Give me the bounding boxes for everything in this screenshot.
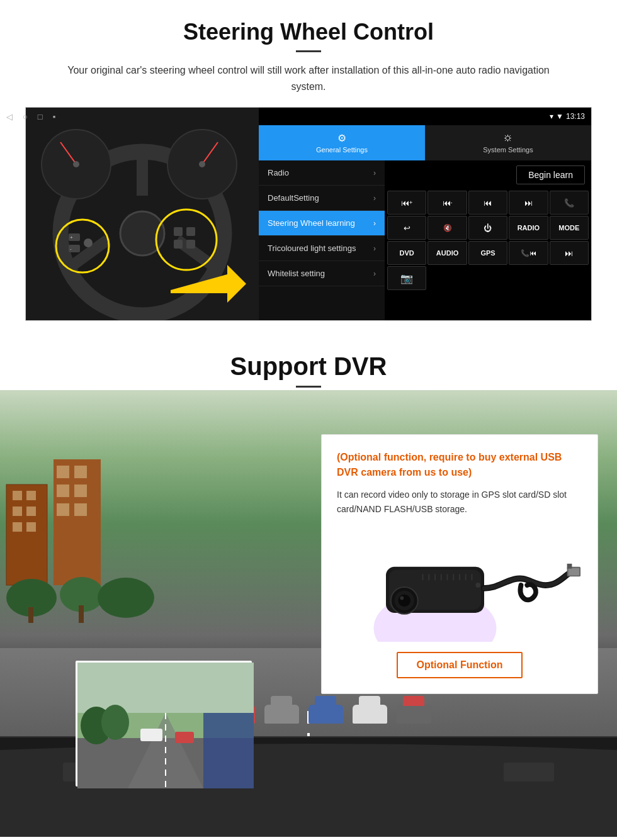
begin-learn-button[interactable]: Begin learn bbox=[516, 165, 585, 184]
svg-point-63 bbox=[399, 595, 411, 607]
svg-rect-36 bbox=[57, 484, 69, 497]
menu-steering-label: Steering Wheel learning bbox=[268, 218, 355, 228]
svg-rect-34 bbox=[57, 466, 69, 478]
dvr-camera-svg bbox=[337, 529, 582, 642]
svg-point-20 bbox=[73, 161, 79, 167]
svg-rect-16 bbox=[186, 240, 195, 249]
dvr-camera-view bbox=[76, 661, 252, 787]
home-nav-icon[interactable]: ○ bbox=[25, 112, 28, 121]
android-tabs: ⚙ General Settings ⛭ System Settings bbox=[259, 125, 591, 160]
ctrl-hang-up[interactable]: ↩ bbox=[387, 216, 426, 240]
svg-point-42 bbox=[98, 578, 154, 618]
section-subtitle: Your original car's steering wheel contr… bbox=[50, 62, 567, 94]
menu-item-steering-wheel[interactable]: Steering Wheel learning › bbox=[259, 211, 385, 236]
svg-rect-77 bbox=[569, 568, 580, 576]
android-content-area: Radio › DefaultSetting › Steering Wheel … bbox=[259, 160, 591, 320]
android-status-bar: ◁ ○ □ ▪ ▾ ▼ 13:13 bbox=[259, 108, 591, 125]
car-gray bbox=[264, 705, 299, 724]
ctrl-phone[interactable]: 📞 bbox=[550, 191, 589, 215]
ctrl-mute[interactable]: 🔇 bbox=[427, 216, 467, 240]
svg-rect-9 bbox=[84, 238, 93, 247]
dvr-description: It can record video only to storage in G… bbox=[337, 488, 582, 516]
svg-rect-32 bbox=[26, 522, 36, 532]
car-white bbox=[353, 705, 387, 724]
menu-radio-label: Radio bbox=[268, 168, 289, 177]
clock: 13:13 bbox=[566, 112, 585, 121]
ctrl-vol-up[interactable]: ⏮+ bbox=[387, 191, 426, 215]
android-ui-panel: ◁ ○ □ ▪ ▾ ▼ 13:13 ⚙ General Settings bbox=[259, 108, 591, 320]
svg-rect-57 bbox=[203, 713, 254, 788]
menu-item-radio[interactable]: Radio › bbox=[259, 160, 385, 186]
page-title: Steering Wheel Control bbox=[25, 19, 592, 45]
menu-item-default-setting[interactable]: DefaultSetting › bbox=[259, 186, 385, 211]
chevron-right-icon: › bbox=[373, 169, 376, 177]
android-menu: Radio › DefaultSetting › Steering Wheel … bbox=[259, 160, 385, 320]
ctrl-dvd[interactable]: DVD bbox=[387, 241, 426, 265]
svg-text:+: + bbox=[70, 235, 73, 240]
scene-buildings bbox=[0, 447, 239, 636]
wifi-icon: ▾ bbox=[550, 112, 553, 121]
ctrl-camera[interactable]: 📷 bbox=[387, 266, 426, 290]
svg-rect-37 bbox=[74, 484, 87, 497]
ctrl-radio[interactable]: RADIO bbox=[509, 216, 548, 240]
chevron-right-icon: › bbox=[373, 244, 376, 253]
dvr-section: Support DVR (Optional function, req bbox=[0, 333, 617, 837]
tab-general-settings[interactable]: ⚙ General Settings bbox=[259, 125, 425, 160]
ctrl-vol-down[interactable]: ⏮- bbox=[427, 191, 467, 215]
svg-rect-47 bbox=[504, 763, 554, 781]
optional-function-button[interactable]: Optional Function bbox=[397, 652, 523, 678]
svg-rect-49 bbox=[77, 663, 254, 713]
tab-system-label: System Settings bbox=[483, 146, 533, 154]
svg-text:-: - bbox=[70, 246, 72, 252]
svg-rect-28 bbox=[26, 491, 36, 500]
svg-rect-55 bbox=[140, 729, 162, 741]
svg-point-74 bbox=[475, 583, 480, 588]
svg-rect-14 bbox=[186, 227, 195, 236]
status-icons: ▾ ▼ 13:13 bbox=[550, 112, 585, 121]
ctrl-phone-prev[interactable]: 📞⏮ bbox=[509, 241, 548, 265]
menu-item-tricoloured[interactable]: Tricoloured light settings › bbox=[259, 236, 385, 261]
svg-rect-29 bbox=[13, 507, 22, 516]
ctrl-power[interactable]: ⏻ bbox=[468, 216, 507, 240]
svg-rect-35 bbox=[74, 466, 87, 478]
svg-rect-30 bbox=[26, 507, 36, 516]
recents-nav-icon[interactable]: □ bbox=[38, 112, 43, 121]
menu-item-whitelist[interactable]: Whitelist setting › bbox=[259, 261, 385, 286]
dvr-optional-text: (Optional function, require to buy exter… bbox=[337, 450, 582, 480]
dvr-camera-illustration bbox=[337, 529, 582, 642]
svg-point-22 bbox=[199, 161, 205, 167]
steering-wheel-image: + - bbox=[26, 108, 259, 320]
svg-point-54 bbox=[101, 705, 129, 740]
menu-defaultsetting-label: DefaultSetting bbox=[268, 193, 319, 203]
system-settings-icon: ⛭ bbox=[503, 133, 513, 144]
svg-rect-13 bbox=[174, 227, 183, 236]
tab-general-label: General Settings bbox=[316, 146, 368, 154]
svg-rect-39 bbox=[74, 503, 87, 516]
svg-point-64 bbox=[400, 596, 404, 600]
control-buttons-grid: ⏮+ ⏮- ⏮ ⏭ 📞 ↩ 🔇 ⏻ RADIO MODE DVD AUDIO bbox=[385, 189, 591, 291]
dvr-camera-screenshot bbox=[77, 663, 254, 788]
ctrl-next-track[interactable]: ⏭ bbox=[509, 191, 548, 215]
ctrl-skip-next[interactable]: ⏭ bbox=[550, 241, 589, 265]
dvr-divider bbox=[296, 386, 321, 388]
menu-nav-icon[interactable]: ▪ bbox=[53, 112, 56, 121]
svg-point-75 bbox=[475, 592, 480, 597]
ctrl-gps[interactable]: GPS bbox=[468, 241, 507, 265]
ctrl-audio[interactable]: AUDIO bbox=[427, 241, 467, 265]
car-blue bbox=[308, 705, 343, 724]
svg-rect-44 bbox=[79, 605, 84, 623]
tab-system-settings[interactable]: ⛭ System Settings bbox=[425, 125, 591, 160]
ctrl-mode[interactable]: MODE bbox=[550, 216, 589, 240]
ctrl-prev-track[interactable]: ⏮ bbox=[468, 191, 507, 215]
title-divider bbox=[296, 50, 321, 52]
settings-gear-icon: ⚙ bbox=[337, 132, 346, 144]
svg-rect-38 bbox=[57, 503, 69, 516]
steering-demo-area: + - bbox=[25, 107, 592, 321]
android-right-panel: Begin learn ⏮+ ⏮- ⏮ ⏭ 📞 ↩ 🔇 ⏻ R bbox=[385, 160, 591, 320]
svg-rect-78 bbox=[567, 564, 572, 569]
steering-img-bg: + - bbox=[26, 108, 259, 320]
menu-tricoloured-label: Tricoloured light settings bbox=[268, 244, 356, 253]
chevron-right-icon: › bbox=[373, 269, 376, 278]
dvr-title: Support DVR bbox=[0, 352, 617, 381]
menu-whitelist-label: Whitelist setting bbox=[268, 269, 325, 278]
